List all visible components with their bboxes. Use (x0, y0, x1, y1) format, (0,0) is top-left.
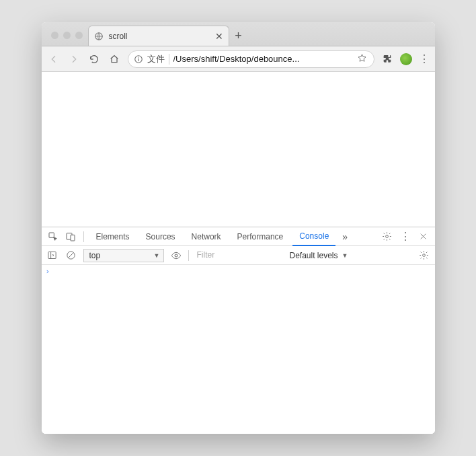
tab-strip: scroll ✕ + (42, 22, 435, 46)
svg-point-12 (175, 254, 177, 257)
extension-clover-icon[interactable] (400, 53, 412, 65)
inspect-element-icon[interactable] (46, 231, 61, 242)
context-selector[interactable]: top (83, 249, 164, 262)
forward-button[interactable] (67, 52, 81, 66)
url-protocol-label: 文件 (147, 53, 165, 65)
svg-rect-6 (71, 235, 75, 241)
menu-kebab-icon[interactable]: ⋮ (419, 52, 430, 65)
clear-console-icon[interactable] (65, 250, 78, 260)
console-prompt[interactable] (42, 265, 435, 278)
window-controls[interactable] (51, 32, 83, 39)
new-tab-button[interactable]: + (229, 26, 248, 46)
extensions-icon[interactable] (381, 53, 393, 65)
tab-sources[interactable]: Sources (139, 227, 182, 246)
tab-title: scroll (109, 32, 210, 41)
gear-icon[interactable] (380, 231, 395, 241)
svg-point-13 (423, 254, 426, 257)
context-value: top (89, 251, 101, 260)
tab-console[interactable]: Console (292, 227, 335, 246)
info-icon[interactable] (134, 54, 143, 64)
home-button[interactable] (108, 52, 121, 66)
levels-label: Default levels (290, 251, 338, 260)
page-content (42, 72, 435, 227)
filter-input[interactable] (194, 249, 282, 262)
console-toolbar: top Default levels (42, 246, 435, 265)
traffic-close[interactable] (51, 32, 58, 39)
toolbar: 文件 /Users/shift/Desktop/debounce... ⋮ (42, 46, 435, 72)
more-tabs-icon[interactable]: » (338, 231, 352, 242)
divider (169, 54, 169, 65)
console-output[interactable] (42, 265, 435, 434)
console-sidebar-toggle-icon[interactable] (46, 250, 59, 260)
close-devtools-icon[interactable] (416, 232, 431, 241)
divider (83, 231, 84, 242)
divider (188, 250, 189, 261)
tab-elements[interactable]: Elements (89, 227, 136, 246)
tab-network[interactable]: Network (185, 227, 228, 246)
close-icon[interactable]: ✕ (215, 31, 223, 42)
bookmark-star-icon[interactable] (357, 53, 367, 65)
device-toggle-icon[interactable] (63, 231, 78, 242)
devtools-panel: Elements Sources Network Performance Con… (42, 227, 435, 434)
devtools-menu-icon[interactable]: ⋮ (400, 230, 411, 243)
svg-line-11 (69, 253, 74, 258)
back-button[interactable] (47, 52, 61, 66)
console-settings-gear-icon[interactable] (418, 250, 431, 260)
svg-point-3 (138, 56, 138, 57)
traffic-minimize[interactable] (63, 32, 71, 39)
svg-point-7 (386, 235, 389, 238)
reload-button[interactable] (87, 52, 101, 66)
devtools-tabstrip: Elements Sources Network Performance Con… (42, 227, 435, 246)
address-bar[interactable]: 文件 /Users/shift/Desktop/debounce... (128, 50, 374, 68)
log-levels-selector[interactable]: Default levels (287, 249, 351, 262)
browser-tab[interactable]: scroll ✕ (88, 26, 229, 46)
svg-rect-8 (48, 252, 56, 259)
globe-icon (94, 32, 104, 41)
live-expression-eye-icon[interactable] (169, 250, 183, 261)
tab-performance[interactable]: Performance (231, 227, 290, 246)
url-text: /Users/shift/Desktop/debounce... (173, 54, 353, 64)
browser-window: scroll ✕ + 文件 /Users/shift/Desktop/debou… (42, 22, 435, 434)
traffic-zoom[interactable] (75, 32, 83, 39)
